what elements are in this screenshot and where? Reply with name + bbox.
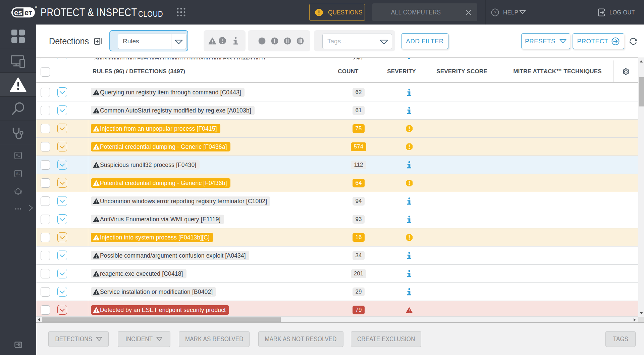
svg-text:ет: ет: [24, 8, 32, 17]
svg-text:es: es: [14, 8, 22, 17]
svg-text:R: R: [36, 6, 37, 8]
svg-text:?: ?: [494, 10, 496, 15]
svg-text:#: #: [16, 171, 18, 175]
